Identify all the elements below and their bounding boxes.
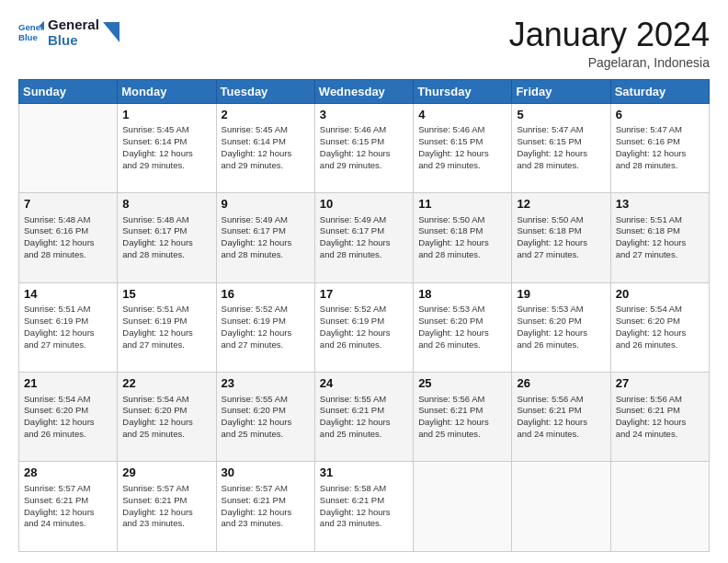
day-info-line: and 28 minutes. xyxy=(418,249,506,261)
day-info-line: Sunrise: 5:45 AM xyxy=(222,124,310,136)
weekday-header-monday: Monday xyxy=(118,79,216,103)
day-info-line: and 26 minutes. xyxy=(320,339,408,351)
day-number: 22 xyxy=(122,375,210,392)
day-info-line: and 25 minutes. xyxy=(222,429,310,441)
day-info-line: Daylight: 12 hours xyxy=(616,148,704,160)
day-info-line: Daylight: 12 hours xyxy=(24,507,112,519)
header: General Blue General Blue January 2024 P… xyxy=(18,17,710,70)
logo-text-general: General xyxy=(48,17,99,32)
day-info-line: Sunset: 6:15 PM xyxy=(320,136,408,148)
day-info-line: Sunset: 6:21 PM xyxy=(320,495,408,507)
day-info-line: Daylight: 12 hours xyxy=(616,327,704,339)
day-number: 20 xyxy=(616,286,704,303)
day-info-line: Sunset: 6:14 PM xyxy=(222,136,310,148)
day-info-line: Sunrise: 5:56 AM xyxy=(418,394,506,406)
calendar-week-row: 28Sunrise: 5:57 AMSunset: 6:21 PMDayligh… xyxy=(19,462,710,552)
calendar-cell: 24Sunrise: 5:55 AMSunset: 6:21 PMDayligh… xyxy=(314,373,413,462)
calendar-cell: 11Sunrise: 5:50 AMSunset: 6:18 PMDayligh… xyxy=(414,193,512,282)
day-info-line: Sunset: 6:18 PM xyxy=(517,225,605,237)
day-info-line: Sunrise: 5:52 AM xyxy=(320,304,408,316)
calendar-cell: 9Sunrise: 5:49 AMSunset: 6:17 PMDaylight… xyxy=(216,193,314,282)
day-info-line: Daylight: 12 hours xyxy=(320,417,408,429)
day-number: 16 xyxy=(222,286,310,303)
day-info-line: and 25 minutes. xyxy=(418,429,506,441)
calendar-cell: 21Sunrise: 5:54 AMSunset: 6:20 PMDayligh… xyxy=(19,373,118,462)
calendar-cell xyxy=(610,462,709,552)
calendar-week-row: 14Sunrise: 5:51 AMSunset: 6:19 PMDayligh… xyxy=(19,282,710,372)
day-info-line: and 23 minutes. xyxy=(222,518,310,530)
calendar-week-row: 21Sunrise: 5:54 AMSunset: 6:20 PMDayligh… xyxy=(19,373,710,462)
calendar-cell: 10Sunrise: 5:49 AMSunset: 6:17 PMDayligh… xyxy=(314,193,413,282)
day-info-line: Sunrise: 5:51 AM xyxy=(122,304,210,316)
calendar-cell: 13Sunrise: 5:51 AMSunset: 6:18 PMDayligh… xyxy=(610,193,709,282)
day-info-line: Daylight: 12 hours xyxy=(222,237,310,249)
day-info-line: Daylight: 12 hours xyxy=(418,327,506,339)
day-info-line: Sunrise: 5:55 AM xyxy=(320,394,408,406)
day-number: 1 xyxy=(122,107,210,123)
weekday-header-friday: Friday xyxy=(512,79,610,103)
day-info-line: Sunrise: 5:45 AM xyxy=(122,124,210,136)
day-info-line: Sunset: 6:16 PM xyxy=(616,136,704,148)
day-info-line: and 29 minutes. xyxy=(222,160,310,172)
calendar-cell: 6Sunrise: 5:47 AMSunset: 6:16 PMDaylight… xyxy=(610,103,709,192)
day-info-line: Sunrise: 5:54 AM xyxy=(24,394,112,406)
day-info-line: Daylight: 12 hours xyxy=(24,417,112,429)
day-info-line: Sunrise: 5:47 AM xyxy=(517,124,605,136)
logo: General Blue General Blue xyxy=(18,17,119,49)
calendar-cell: 20Sunrise: 5:54 AMSunset: 6:20 PMDayligh… xyxy=(610,282,709,372)
day-info-line: Sunset: 6:17 PM xyxy=(122,225,210,237)
day-info-line: Sunrise: 5:56 AM xyxy=(616,394,704,406)
day-info-line: Sunrise: 5:55 AM xyxy=(222,394,310,406)
day-info-line: Sunrise: 5:52 AM xyxy=(222,304,310,316)
day-number: 9 xyxy=(222,196,310,213)
day-info-line: Sunrise: 5:50 AM xyxy=(418,214,506,226)
title-block: January 2024 Pagelaran, Indonesia xyxy=(509,17,710,70)
day-number: 23 xyxy=(222,375,310,392)
day-info-line: and 27 minutes. xyxy=(517,249,605,261)
day-info-line: and 26 minutes. xyxy=(418,339,506,351)
day-info-line: Daylight: 12 hours xyxy=(320,507,408,519)
calendar-cell: 1Sunrise: 5:45 AMSunset: 6:14 PMDaylight… xyxy=(118,103,216,192)
day-info-line: Sunrise: 5:48 AM xyxy=(24,214,112,226)
weekday-header-wednesday: Wednesday xyxy=(314,79,413,103)
page: General Blue General Blue January 2024 P… xyxy=(0,0,728,563)
day-number: 8 xyxy=(122,196,210,213)
day-info-line: Daylight: 12 hours xyxy=(517,148,605,160)
calendar-cell: 31Sunrise: 5:58 AMSunset: 6:21 PMDayligh… xyxy=(314,462,413,552)
day-info-line: Sunset: 6:21 PM xyxy=(418,405,506,417)
day-info-line: Daylight: 12 hours xyxy=(418,237,506,249)
calendar-cell: 30Sunrise: 5:57 AMSunset: 6:21 PMDayligh… xyxy=(216,462,314,552)
weekday-header-thursday: Thursday xyxy=(414,79,512,103)
day-number: 26 xyxy=(517,375,605,392)
day-number: 15 xyxy=(122,286,210,303)
day-info-line: Daylight: 12 hours xyxy=(320,327,408,339)
day-info-line: Daylight: 12 hours xyxy=(122,327,210,339)
day-info-line: Sunrise: 5:57 AM xyxy=(222,483,310,495)
day-info-line: and 26 minutes. xyxy=(517,339,605,351)
day-info-line: and 27 minutes. xyxy=(122,339,210,351)
day-info-line: Sunset: 6:20 PM xyxy=(222,405,310,417)
day-info-line: Sunset: 6:21 PM xyxy=(24,495,112,507)
day-number: 19 xyxy=(517,286,605,303)
day-info-line: Sunset: 6:15 PM xyxy=(418,136,506,148)
day-info-line: Daylight: 12 hours xyxy=(320,237,408,249)
calendar-cell: 4Sunrise: 5:46 AMSunset: 6:15 PMDaylight… xyxy=(414,103,512,192)
day-info-line: Daylight: 12 hours xyxy=(418,148,506,160)
day-info-line: Sunset: 6:17 PM xyxy=(222,225,310,237)
day-info-line: and 25 minutes. xyxy=(122,429,210,441)
day-info-line: Sunset: 6:20 PM xyxy=(517,316,605,327)
day-number: 4 xyxy=(418,107,506,123)
day-info-line: Daylight: 12 hours xyxy=(517,237,605,249)
weekday-header-saturday: Saturday xyxy=(610,79,709,103)
day-info-line: Sunrise: 5:46 AM xyxy=(320,124,408,136)
day-info-line: Daylight: 12 hours xyxy=(616,417,704,429)
day-info-line: Sunset: 6:19 PM xyxy=(24,316,112,327)
day-info-line: Sunset: 6:21 PM xyxy=(222,495,310,507)
day-number: 11 xyxy=(418,196,506,213)
calendar-cell: 17Sunrise: 5:52 AMSunset: 6:19 PMDayligh… xyxy=(314,282,413,372)
calendar-week-row: 7Sunrise: 5:48 AMSunset: 6:16 PMDaylight… xyxy=(19,193,710,282)
day-info-line: Sunset: 6:20 PM xyxy=(122,405,210,417)
weekday-header-tuesday: Tuesday xyxy=(216,79,314,103)
day-info-line: Daylight: 12 hours xyxy=(222,417,310,429)
day-number: 21 xyxy=(24,375,112,392)
